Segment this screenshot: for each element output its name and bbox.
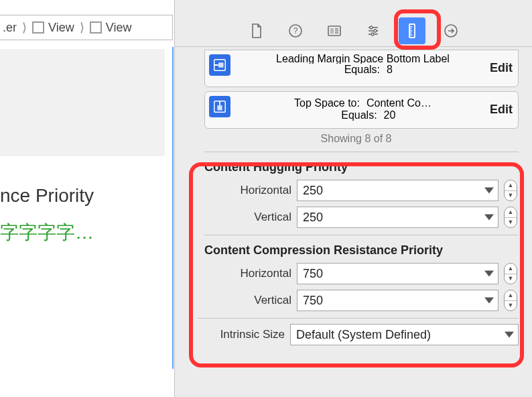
hugging-horizontal-input[interactable]: 250 (297, 180, 498, 201)
canvas-area: nce Priority 字字字字… (0, 40, 173, 397)
view-icon (90, 21, 102, 34)
intrinsic-size-select[interactable]: Default (System Defined) (290, 324, 519, 345)
constraint-equals-value: 8 (387, 64, 393, 76)
chevron-down-icon (484, 271, 494, 277)
hugging-vertical-label: Vertical (204, 211, 291, 224)
compression-horizontal-stepper[interactable]: ▲ ▼ (504, 263, 517, 284)
view-icon (32, 21, 44, 34)
breadcrumb-item-view1[interactable]: View (29, 21, 77, 35)
svg-text:?: ? (293, 26, 297, 36)
canvas-background (0, 49, 165, 156)
chevron-down-icon (484, 188, 494, 194)
arrow-circle-icon (443, 23, 459, 39)
compression-horizontal-label: Horizontal (204, 267, 291, 280)
selection-guide (172, 47, 174, 369)
intrinsic-size-row: Intrinsic Size Default (System Defined) (191, 324, 519, 345)
breadcrumb-label: View (106, 21, 132, 35)
constraint-title-value: Content Co… (367, 97, 431, 109)
step-down-icon[interactable]: ▼ (505, 217, 517, 228)
step-down-icon[interactable]: ▼ (505, 300, 517, 311)
step-up-icon[interactable]: ▲ (505, 290, 517, 300)
file-icon (249, 23, 265, 39)
step-down-icon[interactable]: ▼ (505, 274, 517, 284)
combo-value: 250 (303, 184, 323, 198)
attributes-inspector-tab[interactable] (360, 17, 387, 44)
hugging-vertical-stepper[interactable]: ▲ ▼ (504, 207, 517, 228)
inspector-tabs: ? (175, 15, 532, 47)
compression-resistance-title: Content Compression Resistance Priority (204, 243, 519, 258)
inspector-body: Leading Margin Space Bottom Label Equals… (175, 47, 532, 397)
svg-rect-22 (218, 62, 223, 67)
combo-value: 750 (303, 267, 323, 281)
compression-horizontal-input[interactable]: 750 (297, 263, 498, 284)
constraint-title-label: Top Space to: (294, 97, 360, 109)
inspector-top-gap (175, 0, 532, 15)
intrinsic-size-section: Intrinsic Size Default (System Defined) (198, 318, 519, 345)
edit-button[interactable]: Edit (490, 103, 513, 117)
chevron-down-icon (484, 298, 494, 304)
combo-value: Default (System Defined) (296, 328, 431, 342)
edit-button[interactable]: Edit (490, 61, 513, 75)
svg-rect-25 (217, 105, 222, 110)
combo-value: 250 (303, 211, 323, 225)
hugging-horizontal-label: Horizontal (204, 184, 291, 197)
step-up-icon[interactable]: ▲ (505, 207, 517, 217)
slider-icon (365, 23, 381, 39)
selected-view[interactable]: nce Priority 字字字字… (0, 181, 165, 249)
identity-icon (326, 23, 342, 39)
quick-help-tab[interactable]: ? (282, 17, 309, 44)
chevron-down-icon (484, 215, 494, 221)
step-up-icon[interactable]: ▲ (505, 180, 517, 190)
compression-vertical-label: Vertical (204, 294, 291, 307)
intrinsic-size-label: Intrinsic Size (191, 328, 285, 341)
compression-vertical-stepper[interactable]: ▲ ▼ (504, 290, 517, 311)
chevron-right-icon: ⟩ (77, 20, 87, 35)
breadcrumb-label: View (48, 21, 74, 35)
constraint-row-top[interactable]: Top Space to: Content Co… Equals: 20 Edi… (204, 91, 519, 129)
divider (204, 152, 519, 152)
hugging-vertical-row: Vertical 250 ▲ ▼ (204, 207, 519, 228)
chevron-down-icon (505, 332, 514, 338)
svg-point-10 (370, 26, 373, 29)
canvas-label-secondary: 字字字字… (0, 220, 165, 245)
step-down-icon[interactable]: ▼ (505, 190, 517, 201)
combo-value: 750 (303, 294, 323, 308)
help-icon: ? (287, 23, 304, 39)
constraint-equals-label: Equals: (330, 109, 377, 121)
hugging-horizontal-row: Horizontal 250 ▲ ▼ (204, 180, 519, 201)
constraint-row-leading[interactable]: Leading Margin Space Bottom Label Equals… (204, 50, 519, 87)
svg-point-11 (374, 30, 377, 32)
constraint-leading-icon (209, 54, 230, 76)
file-inspector-tab[interactable] (243, 17, 270, 44)
connections-inspector-tab[interactable] (438, 17, 464, 44)
compression-vertical-row: Vertical 750 ▲ ▼ (204, 290, 519, 311)
content-hugging-title: Content Hugging Priority (204, 160, 519, 174)
divider (204, 235, 519, 235)
canvas-label-main: nce Priority (0, 185, 165, 207)
breadcrumb-item-root[interactable]: .er (0, 21, 19, 35)
step-up-icon[interactable]: ▲ (505, 264, 517, 274)
breadcrumb: .er ⟩ View ⟩ View (0, 15, 173, 40)
ruler-icon (404, 23, 420, 39)
constraint-top-icon (209, 96, 230, 117)
breadcrumb-item-view2[interactable]: View (87, 21, 135, 35)
hugging-horizontal-stepper[interactable]: ▲ ▼ (504, 180, 517, 201)
svg-rect-3 (330, 28, 334, 34)
constraint-title: Leading Margin Space Bottom Label (241, 54, 484, 64)
svg-point-12 (371, 33, 374, 36)
content-hugging-section: Content Hugging Priority Horizontal 250 … (204, 152, 519, 228)
hugging-vertical-input[interactable]: 250 (297, 207, 498, 228)
divider (198, 318, 519, 319)
constraint-equals-label: Equals: (333, 64, 380, 76)
breadcrumb-label: .er (3, 21, 17, 35)
constraint-equals-value: 20 (384, 109, 396, 121)
compression-vertical-input[interactable]: 750 (297, 290, 498, 311)
compression-resistance-section: Content Compression Resistance Priority … (204, 235, 519, 311)
svg-rect-2 (328, 26, 340, 36)
inspector-panel: ? Leading Margin Space Bottom Label Equa… (174, 0, 532, 397)
size-inspector-tab[interactable] (399, 17, 425, 44)
constraints-count-label: Showing 8 of 8 (188, 133, 524, 145)
identity-inspector-tab[interactable] (321, 17, 348, 44)
chevron-right-icon: ⟩ (19, 20, 29, 35)
compression-horizontal-row: Horizontal 750 ▲ ▼ (204, 263, 519, 284)
